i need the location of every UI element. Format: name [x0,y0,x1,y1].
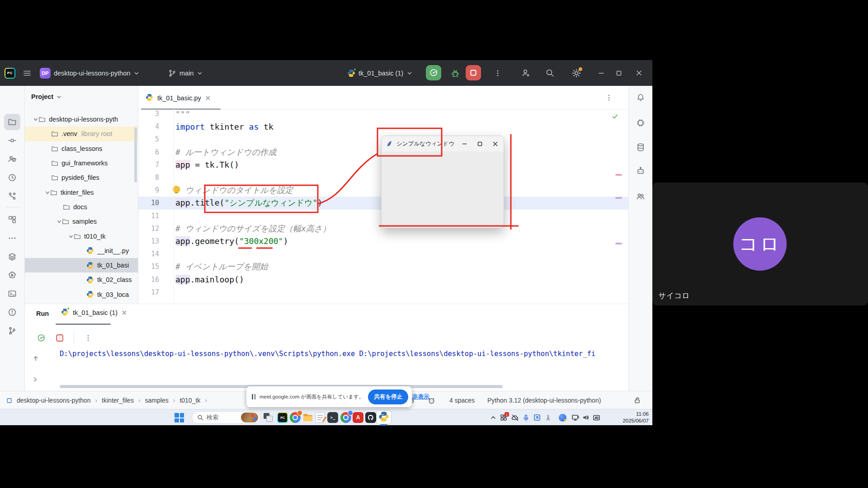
code-line-16[interactable]: 16 app.mainloop() [138,273,628,286]
breadcrumb-item[interactable]: t010_tk [179,397,200,404]
tool-problems-button[interactable] [4,304,20,320]
main-menu-button[interactable] [23,60,32,86]
stop-sharing-button[interactable]: 共有を停止 [368,389,408,404]
tray-notifications-icon[interactable]: 1 [499,409,509,426]
tool-more-button[interactable] [4,230,20,246]
meet-participant-tile[interactable]: コロ サイコロ [652,183,868,305]
tree-item-samples[interactable]: samples [25,214,138,229]
console-expand-button[interactable] [32,376,38,383]
tool-project-button[interactable] [4,114,20,130]
run-panel-title[interactable]: Run [36,310,49,317]
project-widget[interactable]: DP desktop-ui-lessons-python [40,60,140,86]
stop-button[interactable] [466,65,481,80]
taskbar-app-github[interactable] [365,412,377,423]
taskbar-app-acrobat[interactable]: A [352,412,364,423]
taskbar-app-explorer[interactable] [302,412,314,423]
tool-learn-button[interactable] [4,151,20,167]
tree-item-tk_03_loca[interactable]: tk_03_loca [25,287,138,302]
tray-copilot-icon[interactable] [557,409,568,426]
code-with-me-button[interactable] [521,60,531,86]
tool-services-button[interactable] [4,249,20,265]
tray-onedrive-paused-icon[interactable] [510,409,520,426]
tool-run-button[interactable] [4,267,20,283]
taskbar-app-pycharm[interactable]: PC [277,412,288,423]
database-button[interactable] [636,143,645,152]
breadcrumb-item[interactable]: desktop-ui-lessons-python [17,397,90,404]
start-button[interactable] [175,413,184,422]
rerun-button[interactable] [426,65,441,80]
tool-history-button[interactable] [4,169,20,186]
tray-expand-button[interactable] [488,409,498,426]
settings-button[interactable] [571,60,581,86]
window-close-button[interactable] [636,60,642,86]
tk-maximize-button[interactable] [473,136,486,151]
indent-widget[interactable]: 4 spaces [449,391,475,409]
hide-banner-link[interactable]: 非表示 [412,393,429,401]
debug-button[interactable] [450,60,460,86]
readonly-toggle[interactable] [634,391,641,409]
taskbar-app-chrome-1[interactable] [289,412,301,423]
code-line-17[interactable]: 17 [138,286,628,299]
code-line-3[interactable]: 3 """ [138,108,628,120]
tray-display-icon[interactable] [570,409,580,426]
scrollbar-mark-purple[interactable] [615,197,622,199]
window-minimize-button[interactable] [598,60,605,86]
window-maximize-button[interactable] [616,60,622,86]
tray-snip-icon[interactable] [532,409,542,426]
tray-microphone-icon[interactable] [521,409,531,426]
code-line-15[interactable]: 15 # イベントループを開始 [138,260,628,273]
ai-assistant-button[interactable] [636,118,645,127]
tk-minimize-button[interactable] [458,136,471,151]
breadcrumb-item[interactable]: samples [145,397,169,404]
tray-antenna-icon[interactable] [543,409,553,426]
code-line-13[interactable]: 13 app.geometry("300x200") [138,235,628,248]
editor-tab[interactable]: tk_01_basic.py [138,86,218,110]
editor-options-button[interactable] [605,94,613,103]
tool-structure-button[interactable] [4,211,20,228]
taskbar-clock[interactable]: 11:06 2025/06/07 [623,411,649,424]
tray-ime-icon[interactable] [591,409,602,426]
tree-chevron-icon[interactable] [45,190,50,195]
breadcrumb-item[interactable]: tkinter_files [102,397,134,404]
members-button[interactable] [636,192,645,201]
tree-item-tkinter_files[interactable]: tkinter_files [25,185,138,199]
stop-button[interactable] [56,334,64,342]
taskbar-app-notepad[interactable] [314,412,326,423]
tool-vcs-graph-button[interactable] [4,188,20,204]
taskbar-search[interactable]: 検索 [192,411,260,424]
run-config-widget[interactable]: tk_01_basic (1) [347,60,413,86]
taskbar-app-python-active[interactable] [376,410,392,424]
branch-widget[interactable]: main [168,60,203,86]
tree-chevron-icon[interactable] [57,219,62,224]
search-everywhere-button[interactable] [545,60,555,86]
tree-item-class_lessons[interactable]: class_lessons [25,141,138,156]
tree-item-gui_frameworks[interactable]: gui_frameworks [25,156,138,170]
tree-chevron-icon[interactable] [68,234,74,239]
tool-git-button[interactable] [4,323,20,339]
plugins-button[interactable] [636,166,645,175]
rerun-button[interactable] [37,333,46,343]
tree-item-tk_01_basi[interactable]: tk_01_basi [25,258,138,272]
taskbar-app-chrome-2[interactable] [340,412,352,423]
scroll-to-top-button[interactable] [32,355,39,362]
close-icon[interactable] [122,310,127,315]
code-line-4[interactable]: 4 import tkinter as tk [138,120,628,133]
taskbar-app-multitask[interactable] [262,412,274,423]
tree-item-__init__.py[interactable]: __init__.py [25,244,138,258]
tree-item-t010_tk[interactable]: t010_tk [25,229,138,243]
tree-item-docs[interactable]: docs [25,200,138,214]
tk-close-button[interactable] [488,136,502,151]
code-line-14[interactable]: 14 [138,248,628,260]
tray-volume-icon[interactable] [580,409,590,426]
project-panel-header[interactable]: Project [31,93,62,100]
close-icon[interactable] [205,95,211,101]
project-tree-scrollbar[interactable] [134,127,137,183]
scrollbar-mark-purple[interactable] [615,243,622,244]
tree-item-desktop-ui-lessons-pyth[interactable]: desktop-ui-lessons-pyth [25,112,138,127]
tree-item-pyside6_files[interactable]: pyside6_files [25,170,138,185]
tree-chevron-icon[interactable] [33,117,38,122]
tool-commit-button[interactable] [4,132,20,149]
interpreter-widget[interactable]: Python 3.12 (desktop-ui-lessons-python) [487,391,601,409]
scrollbar-mark-pink[interactable] [615,174,622,176]
tree-item-.venv[interactable]: .venv library root [25,127,138,141]
